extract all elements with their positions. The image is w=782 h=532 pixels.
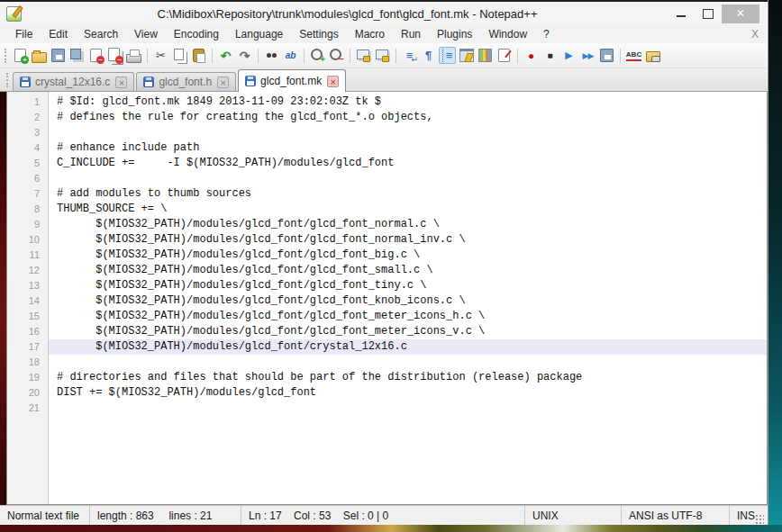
code-line[interactable]: 16 $(MIOS32_PATH)/modules/glcd_font/glcd… bbox=[7, 324, 767, 339]
code-line[interactable]: 12 $(MIOS32_PATH)/modules/glcd_font/glcd… bbox=[7, 263, 767, 278]
menu-item-settings[interactable]: Settings bbox=[291, 26, 346, 42]
code-line[interactable]: 11 $(MIOS32_PATH)/modules/glcd_font/glcd… bbox=[7, 248, 767, 263]
line-number: 8 bbox=[7, 202, 49, 217]
status-encoding[interactable]: ANSI as UTF-8 bbox=[622, 506, 730, 525]
show-all-characters-icon[interactable] bbox=[420, 47, 437, 64]
redo-icon[interactable] bbox=[236, 47, 253, 64]
code-line[interactable]: 10 $(MIOS32_PATH)/modules/glcd_font/glcd… bbox=[7, 232, 767, 248]
undo-icon[interactable] bbox=[217, 47, 234, 64]
macro-run-multiple-icon[interactable] bbox=[579, 47, 596, 64]
find-icon[interactable] bbox=[263, 47, 280, 64]
menu-item-edit[interactable]: Edit bbox=[41, 26, 76, 42]
status-eol-format[interactable]: UNIX bbox=[525, 506, 622, 525]
tab-close-icon[interactable] bbox=[217, 77, 229, 88]
tab-close-icon[interactable] bbox=[115, 77, 127, 88]
sync-horizontal-scroll-icon[interactable] bbox=[374, 47, 391, 64]
monitoring-icon[interactable] bbox=[644, 47, 661, 64]
code-line[interactable]: 4# enhance include path bbox=[7, 140, 767, 156]
saved-file-icon bbox=[20, 77, 31, 87]
code-line[interactable]: 2# defines the rule for creating the glc… bbox=[7, 110, 767, 125]
new-file-icon[interactable] bbox=[12, 47, 29, 64]
code-line[interactable]: 3 bbox=[7, 125, 767, 140]
macro-record-icon[interactable] bbox=[523, 47, 540, 64]
replace-icon[interactable] bbox=[282, 47, 299, 64]
sync-vertical-scroll-icon[interactable] bbox=[355, 47, 372, 64]
user-defined-language-icon[interactable] bbox=[458, 47, 475, 64]
menubar-close-document-icon[interactable]: X bbox=[751, 28, 759, 41]
code-line-current[interactable]: 17 $(MIOS32_PATH)/modules/glcd_font/crys… bbox=[7, 339, 767, 355]
main-area: 1# $Id: glcd_font.mk 1849 2013-11-09 23:… bbox=[0, 92, 768, 505]
minimize-button[interactable] bbox=[668, 5, 695, 23]
close-button[interactable] bbox=[722, 5, 759, 23]
status-insert-mode[interactable]: INS bbox=[730, 506, 768, 525]
copy-icon[interactable] bbox=[171, 47, 188, 64]
status-length-lines: length : 863 lines : 21 bbox=[90, 506, 241, 525]
editor[interactable]: 1# $Id: glcd_font.mk 1849 2013-11-09 23:… bbox=[6, 92, 768, 505]
resize-grip-icon[interactable] bbox=[755, 514, 764, 525]
save-icon[interactable] bbox=[50, 47, 67, 64]
menu-item-window[interactable]: Window bbox=[480, 26, 535, 42]
line-number: 19 bbox=[7, 370, 49, 385]
code-line[interactable]: 5C_INCLUDE += -I $(MIOS32_PATH)/modules/… bbox=[7, 156, 767, 171]
open-file-icon[interactable] bbox=[31, 47, 48, 64]
line-number: 7 bbox=[7, 186, 49, 202]
code-line[interactable]: 14 $(MIOS32_PATH)/modules/glcd_font/glcd… bbox=[7, 293, 767, 309]
tab-label: crystal_12x16.c bbox=[35, 76, 110, 88]
document-map-icon[interactable] bbox=[477, 47, 494, 64]
code-line[interactable]: 20DIST += $(MIOS32_PATH)/modules/glcd_fo… bbox=[7, 385, 767, 401]
cut-icon[interactable] bbox=[152, 47, 169, 64]
code-line[interactable]: 19# directories and files that should be… bbox=[7, 370, 767, 385]
tab-label: glcd_font.h bbox=[159, 76, 212, 88]
save-all-icon[interactable] bbox=[68, 47, 86, 64]
tab-label: glcd_font.mk bbox=[260, 75, 322, 87]
line-number: 13 bbox=[7, 278, 49, 293]
code-line[interactable]: 15 $(MIOS32_PATH)/modules/glcd_font/glcd… bbox=[7, 309, 767, 324]
function-list-icon[interactable] bbox=[496, 47, 513, 64]
menu-item-macro[interactable]: Macro bbox=[347, 26, 393, 42]
menu-item-search[interactable]: Search bbox=[76, 26, 126, 42]
tabbar-grip[interactable] bbox=[6, 73, 8, 87]
menu-item-language[interactable]: Language bbox=[227, 26, 291, 42]
maximize-button[interactable] bbox=[695, 5, 722, 23]
zoom-in-icon[interactable] bbox=[309, 47, 326, 64]
text-area[interactable]: 1# $Id: glcd_font.mk 1849 2013-11-09 23:… bbox=[7, 92, 767, 416]
toolbar-separator bbox=[396, 49, 396, 63]
close-document-icon[interactable] bbox=[87, 47, 105, 64]
menu-item-view[interactable]: View bbox=[126, 26, 166, 42]
code-line[interactable]: 1# $Id: glcd_font.mk 1849 2013-11-09 23:… bbox=[7, 95, 767, 110]
line-number: 6 bbox=[7, 171, 49, 186]
code-line[interactable]: 7# add modules to thumb sources bbox=[7, 186, 767, 202]
code-line[interactable]: 21 bbox=[7, 401, 767, 416]
desktop: C:\Midibox\Repository\trunk\modules\glcd… bbox=[0, 0, 782, 532]
toolbar-separator bbox=[350, 49, 350, 63]
close-all-documents-icon[interactable] bbox=[106, 47, 123, 64]
menu-item-help[interactable]: ? bbox=[535, 26, 558, 42]
show-indent-guide-icon[interactable] bbox=[439, 47, 456, 64]
tab-glcd-font-h[interactable]: glcd_font.h bbox=[136, 72, 236, 91]
code-line[interactable]: 13 $(MIOS32_PATH)/modules/glcd_font/glcd… bbox=[7, 278, 767, 293]
tab-glcd-font-mk[interactable]: glcd_font.mk bbox=[238, 69, 346, 92]
menu-item-file[interactable]: File bbox=[7, 26, 41, 42]
menu-item-plugins[interactable]: Plugins bbox=[429, 26, 480, 42]
code-line[interactable]: 8THUMB_SOURCE += \ bbox=[7, 202, 767, 217]
toolbar-grip[interactable] bbox=[5, 49, 6, 63]
line-number: 17 bbox=[7, 339, 49, 355]
tab-close-icon[interactable] bbox=[327, 76, 339, 87]
line-number: 9 bbox=[7, 217, 49, 232]
menu-item-run[interactable]: Run bbox=[393, 26, 429, 42]
macro-stop-icon[interactable] bbox=[541, 47, 559, 64]
zoom-out-icon[interactable] bbox=[328, 47, 345, 64]
code-line[interactable]: 6 bbox=[7, 171, 767, 186]
word-wrap-icon[interactable] bbox=[401, 47, 418, 64]
print-icon[interactable] bbox=[125, 47, 142, 64]
macro-save-icon[interactable] bbox=[598, 47, 615, 64]
menu-item-encoding[interactable]: Encoding bbox=[166, 26, 227, 42]
spell-check-icon[interactable] bbox=[625, 47, 642, 64]
line-number: 12 bbox=[7, 263, 49, 278]
title-bar[interactable]: C:\Midibox\Repository\trunk\modules\glcd… bbox=[0, 0, 768, 25]
code-line[interactable]: 9 $(MIOS32_PATH)/modules/glcd_font/glcd_… bbox=[7, 217, 767, 232]
macro-play-icon[interactable] bbox=[560, 47, 577, 64]
paste-icon[interactable] bbox=[190, 47, 207, 64]
code-line[interactable]: 18 bbox=[7, 355, 767, 370]
tab-crystal-12x16-c[interactable]: crystal_12x16.c bbox=[13, 72, 134, 91]
